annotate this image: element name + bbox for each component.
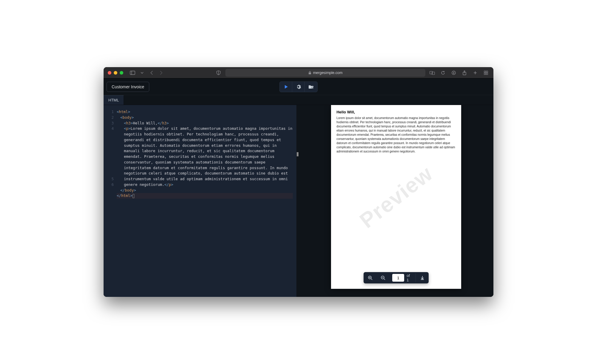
url-text: mergesimple.com — [313, 71, 343, 75]
play-icon — [284, 84, 288, 89]
zoom-out-button[interactable] — [376, 272, 389, 283]
document-name-button[interactable]: Customer Invoice — [107, 82, 149, 92]
svg-line-20 — [371, 279, 372, 280]
code-content[interactable]: <html><body><h3>Hello Will,</h3><p>Lorem… — [117, 105, 296, 297]
svg-rect-13 — [486, 71, 488, 73]
minimize-window-button[interactable] — [114, 71, 117, 75]
nav-forward-button[interactable] — [158, 70, 164, 76]
folder-icon — [308, 85, 314, 89]
page-total: of 1 — [407, 273, 413, 282]
action-group — [279, 81, 318, 92]
tab-overview-icon[interactable] — [483, 70, 489, 76]
maximize-window-button[interactable] — [120, 71, 123, 75]
lock-icon — [308, 71, 311, 75]
preview-page: Hello Will, Lorem ipsum dolor sit amet, … — [331, 105, 461, 289]
line-gutter: 123456 — [104, 105, 117, 297]
preview-body: Lorem ipsum dolor sit amet, documentorum… — [336, 116, 456, 154]
svg-rect-3 — [309, 73, 311, 74]
close-window-button[interactable] — [108, 71, 111, 75]
tab-html[interactable]: HTML — [104, 95, 124, 105]
page-number-input[interactable] — [392, 274, 404, 282]
gear-icon — [296, 84, 301, 89]
run-button[interactable] — [280, 82, 292, 92]
svg-point-18 — [312, 87, 313, 88]
pane-divider[interactable] — [296, 105, 299, 297]
page-indicator: of 1 — [389, 273, 416, 282]
download-icon[interactable] — [450, 70, 457, 76]
address-bar[interactable]: mergesimple.com — [225, 69, 425, 77]
new-tab-icon[interactable] — [472, 70, 478, 76]
svg-line-24 — [384, 279, 385, 280]
reload-icon[interactable] — [440, 70, 446, 76]
svg-rect-5 — [432, 72, 435, 75]
folder-button[interactable] — [305, 82, 317, 92]
svg-rect-12 — [484, 71, 486, 73]
zoom-in-button[interactable] — [364, 272, 376, 283]
svg-rect-15 — [486, 73, 488, 75]
svg-rect-14 — [484, 73, 486, 75]
preview-heading: Hello Will, — [336, 110, 456, 114]
app-area: Customer Invoice HTML 123456 <html><body… — [104, 78, 493, 297]
zoom-out-icon — [381, 275, 385, 280]
svg-rect-0 — [130, 71, 135, 75]
svg-rect-4 — [430, 71, 433, 74]
settings-button[interactable] — [292, 82, 305, 92]
app-toolbar: Customer Invoice — [104, 78, 493, 95]
shield-icon[interactable] — [215, 70, 222, 76]
tabs-bar: HTML — [104, 95, 493, 105]
download-pdf-button[interactable] — [416, 272, 429, 283]
translate-icon[interactable] — [429, 70, 436, 76]
share-icon[interactable] — [461, 70, 468, 76]
sidebar-toggle-icon[interactable] — [129, 70, 136, 76]
browser-window: mergesimple.com Customer Invoice — [104, 67, 493, 297]
chevron-down-icon[interactable] — [139, 70, 145, 76]
code-editor[interactable]: 123456 <html><body><h3>Hello Will,</h3><… — [104, 105, 296, 297]
split-view: 123456 <html><body><h3>Hello Will,</h3><… — [104, 105, 493, 297]
pdf-controls: of 1 — [364, 272, 429, 283]
window-controls — [108, 71, 123, 75]
preview-watermark: Preview — [355, 161, 437, 233]
svg-marker-16 — [285, 85, 288, 89]
browser-titlebar: mergesimple.com — [104, 67, 493, 78]
zoom-in-icon — [368, 275, 373, 280]
preview-pane: Hello Will, Lorem ipsum dolor sit amet, … — [299, 105, 493, 297]
nav-back-button[interactable] — [148, 70, 155, 76]
download-icon — [420, 275, 424, 280]
